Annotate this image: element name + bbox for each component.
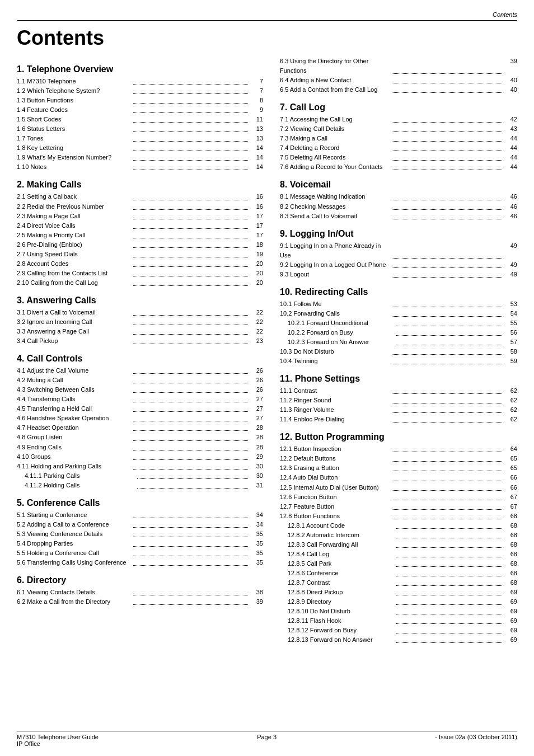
toc-entry-text: 12.8.9 Directory [288,597,394,607]
toc-entry-page: 40 [504,85,517,95]
toc-entry: 5.6 Transferring Calls Using Conference3… [17,558,263,567]
toc-dots [133,221,248,229]
toc-entry: 6.3 Using the Directory for Other Functi… [280,57,517,76]
toc-entry-page: 46 [504,202,517,212]
toc-entry: 7.6 Adding a Record to Your Contacts44 [280,162,517,172]
toc-dots [392,299,502,307]
toc-entry-page: 42 [504,115,517,124]
top-header: Contents [17,11,517,21]
toc-entry: 8.3 Send a Call to Voicemail46 [280,212,517,221]
toc-entry-page: 30 [250,462,263,471]
toc-entry-page: 69 [504,588,517,597]
toc-dots [392,454,502,462]
toc-dots [133,404,248,412]
toc-entry: 2.7 Using Speed Dials19 [17,250,263,259]
toc-entry: 6.4 Adding a New Contact40 [280,76,517,85]
toc-entry-page: 11 [250,115,263,124]
toc-dots [396,607,502,614]
toc-entry: 1.8 Key Lettering14 [17,143,263,153]
toc-entry-text: 1.7 Tones [17,134,132,143]
toc-dots [392,76,502,83]
section-title: 1. Telephone Overview [17,64,263,74]
toc-entry-text: 8.1 Message Waiting Indication [280,192,390,201]
toc-entry-page: 29 [250,452,263,462]
toc-entry-page: 34 [250,520,263,529]
toc-entry-text: 12.3 Erasing a Button [280,463,390,473]
toc-dots [396,328,502,336]
toc-entry-text: 6.5 Add a Contact from the Call Log [280,85,390,95]
toc-entry: 4.10 Groups29 [17,452,263,462]
toc-dots [133,202,248,210]
toc-entry-page: 17 [250,221,263,231]
toc-dots [133,452,248,460]
toc-dots [392,396,502,403]
main-title: Contents [17,26,517,50]
toc-entry-page: 49 [504,270,517,279]
toc-entry-page: 14 [250,153,263,162]
toc-entry-page: 38 [250,588,263,597]
toc-entry-text: 4.8 Group Listen [17,433,132,442]
toc-entry-page: 9 [250,105,263,115]
toc-entry-text: 12.7 Feature Button [280,502,390,511]
toc-dots [133,240,248,248]
toc-dots [133,162,248,170]
toc-dots [133,153,248,161]
toc-entry-page: 17 [250,212,263,221]
toc-dots [392,405,502,413]
toc-entry-text: 12.4 Auto Dial Button [280,473,390,482]
toc-entry: 12.3 Erasing a Button65 [280,463,517,473]
toc-entry-text: 2.8 Account Codes [17,259,132,269]
toc-entry-text: 12.8.11 Flash Hook [288,616,394,626]
toc-entry: 12.8.2 Automatic Intercom68 [280,530,517,540]
toc-entry: 10.2.1 Forward Unconditional55 [280,318,517,328]
toc-entry-page: 68 [504,511,517,521]
toc-entry-text: 7.4 Deleting a Record [280,143,390,153]
toc-entry-page: 7 [250,77,263,86]
toc-entry: 4.11.2 Holding Calls31 [17,481,263,490]
toc-entry-text: 11.1 Contrast [280,386,390,396]
toc-entry-text: 4.6 Handsfree Speaker Operation [17,414,132,423]
toc-entry-text: 10.2.2 Forward on Busy [288,328,394,337]
toc-entry-text: 12.8.6 Conference [288,569,394,578]
toc-entry-text: 10.4 Twinning [280,356,390,366]
toc-entry-page: 13 [250,134,263,143]
toc-entry-page: 66 [504,473,517,482]
toc-entry: 10.2.2 Forward on Busy56 [280,328,517,337]
left-column: 1. Telephone Overview1.1 M7310 Telephone… [17,57,263,645]
toc-entry-page: 67 [504,492,517,502]
toc-entry-page: 35 [250,539,263,548]
toc-entry-text: 2.10 Calling from the Call Log [17,278,132,288]
toc-entry-page: 68 [504,569,517,578]
toc-entry-page: 44 [504,162,517,172]
toc-entry-page: 69 [504,597,517,607]
toc-dots [133,259,248,267]
toc-dots [133,510,248,518]
toc-entry-page: 58 [504,347,517,356]
toc-entry-text: 12.8.5 Call Park [288,559,394,569]
toc-entry-text: 12.8.7 Contrast [288,578,394,588]
toc-entry-text: 8.3 Send a Call to Voicemail [280,212,390,221]
toc-entry: 7.1 Accessing the Call Log42 [280,115,517,124]
toc-dots [392,192,502,200]
toc-entry: 11.4 Enbloc Pre-Dialing62 [280,415,517,424]
toc-entry: 2.6 Pre-Dialing (Enbloc)18 [17,240,263,250]
toc-entry-page: 20 [250,259,263,269]
toc-entry-page: 44 [504,153,517,162]
toc-entry-page: 57 [504,337,517,347]
toc-entry: 12.2 Default Buttons65 [280,454,517,463]
toc-entry-text: 10.3 Do Not Disturb [280,347,390,356]
toc-dots [133,529,248,537]
toc-entry: 12.4 Auto Dial Button66 [280,473,517,482]
toc-dots [133,423,248,431]
toc-entry-text: 12.8.2 Automatic Intercom [288,530,394,540]
toc-entry-text: 3.2 Ignore an Incoming Call [17,317,132,327]
toc-dots [392,85,502,93]
toc-entry: 5.2 Adding a Call to a Conference34 [17,520,263,529]
toc-entry: 4.2 Muting a Call26 [17,375,263,385]
toc-entry-page: 49 [504,260,517,270]
toc-entry: 4.8 Group Listen28 [17,433,263,442]
toc-entry-text: 7.3 Making a Call [280,134,390,143]
toc-entry-text: 5.4 Dropping Parties [17,539,132,548]
toc-entry-page: 69 [504,635,517,645]
section-title: 4. Call Controls [17,354,263,364]
